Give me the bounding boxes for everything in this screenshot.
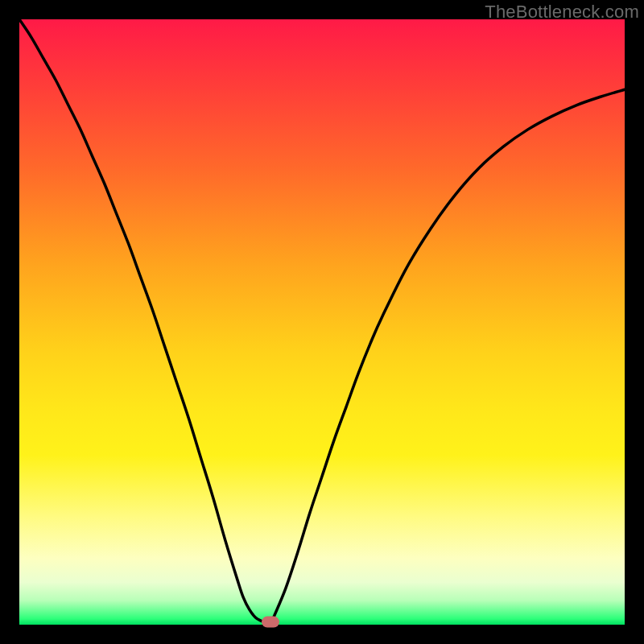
minimum-marker [262,617,279,628]
chart-frame: TheBottleneck.com [0,0,644,644]
plot-area [19,19,625,625]
curve-svg [19,19,625,625]
bottleneck-curve [19,19,625,625]
